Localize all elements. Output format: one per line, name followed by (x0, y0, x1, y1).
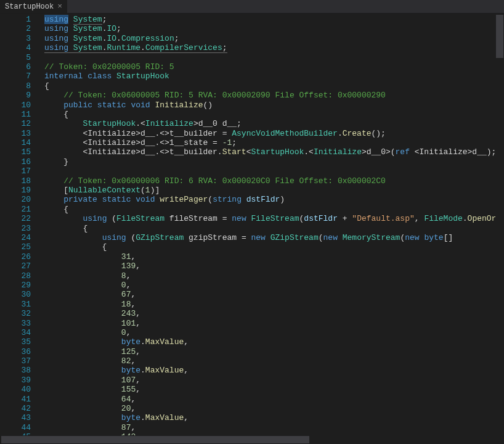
line-number: 15 (0, 147, 31, 157)
line-number: 28 (0, 271, 31, 281)
horizontal-scroll-thumb[interactable] (1, 436, 309, 443)
code-line[interactable]: 87, (44, 423, 504, 432)
line-number: 12 (0, 119, 31, 128)
line-number: 25 (0, 242, 31, 252)
code-line[interactable]: { (44, 205, 504, 214)
code-line[interactable]: // Token: 0x02000005 RID: 5 (44, 62, 504, 72)
code-line[interactable]: 139, (44, 261, 504, 271)
line-number: 19 (0, 186, 31, 195)
code-line[interactable]: 82, (44, 356, 504, 366)
line-number: 21 (0, 205, 31, 214)
line-number: 20 (0, 195, 31, 204)
line-number: 29 (0, 281, 31, 290)
code-line[interactable]: 101, (44, 319, 504, 328)
line-number: 7 (0, 72, 31, 81)
line-number: 41 (0, 395, 31, 404)
code-line[interactable] (44, 53, 504, 62)
code-line[interactable]: { (44, 224, 504, 233)
code-line[interactable]: byte.MaxValue, (44, 413, 504, 422)
line-number: 9 (0, 91, 31, 100)
vertical-scroll-thumb[interactable] (496, 15, 503, 58)
line-number: 10 (0, 101, 31, 110)
line-number: 34 (0, 328, 31, 337)
line-number: 43 (0, 413, 31, 422)
line-number: 1 (0, 15, 31, 24)
line-number: 39 (0, 376, 31, 385)
code-line[interactable]: 64, (44, 395, 504, 404)
code-line[interactable]: 125, (44, 347, 504, 356)
code-editor[interactable]: 1234567891011121314151617181920212223242… (0, 14, 504, 444)
code-line[interactable]: 8, (44, 271, 504, 281)
code-line[interactable]: 18, (44, 300, 504, 309)
line-number: 32 (0, 309, 31, 318)
tab-bar: StartupHook × (0, 0, 504, 14)
code-line[interactable]: <Initialize>d__.<>t__builder.Start<Start… (44, 147, 504, 157)
line-number: 2 (0, 24, 31, 33)
code-line[interactable]: { (44, 81, 504, 91)
code-line[interactable]: using (FileStream fileStream = new FileS… (44, 214, 504, 223)
close-icon[interactable]: × (57, 2, 62, 10)
code-line[interactable]: } (44, 157, 504, 166)
code-line[interactable]: 0, (44, 328, 504, 337)
code-line[interactable]: using System.IO.Compression; (44, 34, 504, 43)
code-line[interactable]: StartupHook.<Initialize>d__0 d__; (44, 119, 504, 128)
code-line[interactable]: 31, (44, 252, 504, 261)
line-number: 16 (0, 157, 31, 166)
line-number: 17 (0, 166, 31, 176)
line-number: 14 (0, 138, 31, 147)
code-line[interactable]: private static void writePager(string ds… (44, 195, 504, 204)
code-line[interactable]: using System.Runtime.CompilerServices; (44, 43, 504, 52)
line-number: 24 (0, 233, 31, 242)
code-line[interactable]: byte.MaxValue, (44, 337, 504, 347)
line-number: 18 (0, 176, 31, 186)
line-number: 35 (0, 337, 31, 347)
tab-title: StartupHook (5, 2, 54, 11)
line-number: 5 (0, 53, 31, 62)
line-number: 31 (0, 300, 31, 309)
code-line[interactable]: { (44, 242, 504, 252)
line-number-gutter: 1234567891011121314151617181920212223242… (0, 14, 39, 444)
line-number: 6 (0, 62, 31, 72)
code-line[interactable]: using System; (44, 15, 504, 24)
line-number: 44 (0, 423, 31, 432)
line-number: 27 (0, 261, 31, 271)
code-line[interactable]: 243, (44, 309, 504, 318)
code-line[interactable]: 0, (44, 281, 504, 290)
code-line[interactable]: { (44, 110, 504, 119)
code-line[interactable]: public static void Initialize() (44, 101, 504, 110)
line-number: 22 (0, 214, 31, 223)
horizontal-scrollbar[interactable] (0, 435, 495, 444)
code-line[interactable]: <Initialize>d__.<>1__state = -1; (44, 138, 504, 147)
code-area[interactable]: using System;using System.IO;using Syste… (39, 14, 504, 444)
code-line[interactable]: 155, (44, 385, 504, 394)
code-line[interactable]: 20, (44, 404, 504, 413)
line-number: 26 (0, 252, 31, 261)
line-number: 36 (0, 347, 31, 356)
line-number: 37 (0, 356, 31, 366)
code-line[interactable]: 67, (44, 290, 504, 299)
code-line[interactable]: [NullableContext(1)] (44, 186, 504, 195)
line-number: 40 (0, 385, 31, 394)
code-line[interactable]: <Initialize>d__.<>t__builder = AsyncVoid… (44, 129, 504, 138)
code-line[interactable]: internal class StartupHook (44, 72, 504, 81)
line-number: 11 (0, 110, 31, 119)
line-number: 38 (0, 366, 31, 375)
code-line[interactable]: // Token: 0x06000005 RID: 5 RVA: 0x00002… (44, 91, 504, 100)
line-number: 30 (0, 290, 31, 299)
line-number: 23 (0, 224, 31, 233)
line-number: 3 (0, 34, 31, 43)
code-line[interactable]: using System.IO; (44, 24, 504, 33)
line-number: 42 (0, 404, 31, 413)
code-line[interactable]: // Token: 0x06000006 RID: 6 RVA: 0x00002… (44, 176, 504, 186)
tab-startuphook[interactable]: StartupHook × (0, 0, 68, 13)
line-number: 13 (0, 129, 31, 138)
vertical-scrollbar[interactable] (495, 14, 504, 444)
code-line[interactable]: using (GZipStream gzipStream = new GZipS… (44, 233, 504, 242)
code-line[interactable] (44, 166, 504, 176)
line-number: 8 (0, 81, 31, 91)
code-line[interactable]: 107, (44, 376, 504, 385)
line-number: 4 (0, 43, 31, 52)
line-number: 33 (0, 319, 31, 328)
code-line[interactable]: byte.MaxValue, (44, 366, 504, 375)
